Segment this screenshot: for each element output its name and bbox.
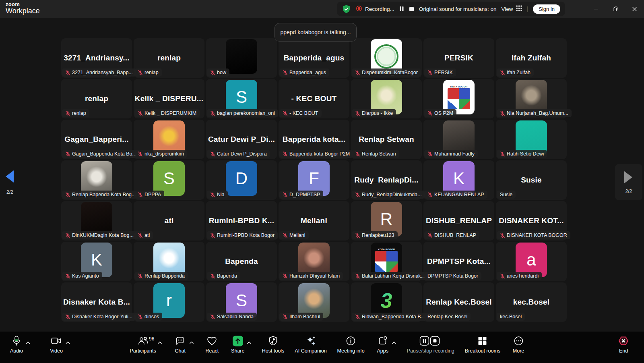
participant-tile[interactable]: atiati xyxy=(134,201,204,241)
participant-tile[interactable]: Kelik _ DISPERU...Kelik _ DISPERUMKIM xyxy=(134,79,204,118)
mic-muted-icon xyxy=(210,274,215,279)
original-sound-toggle[interactable]: Original sound for musicians: on xyxy=(419,6,497,12)
participant-tile[interactable]: Bapperida kota...Bapperida kota Bogor P2… xyxy=(279,120,349,159)
apps-caret[interactable] xyxy=(392,339,397,346)
participant-tile[interactable]: Renlap SetwanRenlap Setwan xyxy=(351,120,422,159)
participant-tile[interactable]: renlaprenlap xyxy=(61,79,132,118)
participant-tile[interactable]: SDPPPA xyxy=(134,160,204,200)
mic-muted-icon xyxy=(138,192,143,197)
security-shield-icon[interactable] xyxy=(342,4,351,14)
apps-button[interactable]: Apps xyxy=(375,335,390,354)
pause-stop-recording-button[interactable]: Pause/stop recording xyxy=(407,335,454,354)
participant-label: dinsos xyxy=(134,313,162,321)
video-button[interactable]: Video xyxy=(49,335,64,354)
audio-button[interactable]: Audio xyxy=(9,335,24,354)
view-label: View xyxy=(502,6,513,12)
participant-tile[interactable]: Hamzah Dhiyaul Islam xyxy=(279,242,349,281)
ai-companion-button[interactable]: AI Companion xyxy=(295,335,326,354)
mic-muted-icon xyxy=(355,314,360,319)
host-tools-button[interactable]: Host tools xyxy=(262,335,285,354)
participant-label: Bapperida kota Bogor P2M xyxy=(279,150,353,158)
restore-button[interactable] xyxy=(605,0,625,18)
participant-tile[interactable]: Ilham Bachrul xyxy=(279,282,349,322)
participant-tile[interactable]: PERSIKPERSIK xyxy=(423,38,494,78)
participant-tile[interactable]: DinKUKMDagin Kota Bog... xyxy=(61,201,132,241)
participant-tile[interactable]: Ifah ZulfahIfah Zulfah xyxy=(496,38,567,78)
participant-tile[interactable]: 3271_Andriansy...3271_Andriansyah_Bapp..… xyxy=(61,38,132,78)
participant-tile[interactable]: DPMPTSP Kota...DPMPTSP Kota Bogor xyxy=(423,242,494,281)
mic-muted-icon xyxy=(283,70,288,75)
participant-tile[interactable]: bow xyxy=(206,38,277,78)
participant-tile[interactable]: kec.Boselkec.Bosel xyxy=(496,282,567,322)
participant-tile[interactable]: MeilaniMeilani xyxy=(279,201,349,241)
participant-tile[interactable]: SusieSusie xyxy=(496,160,567,200)
more-button[interactable]: More xyxy=(511,335,526,354)
participant-tile[interactable]: RRenlapkeu123 xyxy=(351,201,422,241)
zoom-workplace-logo: zoom Workplace xyxy=(6,2,40,15)
participant-tile[interactable]: KKus Agianto xyxy=(61,242,132,281)
participant-tile[interactable]: Rumini-BPBD K...Rumini-BPBD Kota Bogor xyxy=(206,201,277,241)
participant-tile[interactable]: Ratih Setio Dewi xyxy=(496,120,567,159)
previous-page-button[interactable] xyxy=(4,178,14,185)
share-caret[interactable] xyxy=(247,339,252,346)
mic-muted-icon xyxy=(427,111,433,116)
participant-tile[interactable]: SSalsabila Nanda xyxy=(206,282,277,322)
participant-tile[interactable]: - KEC BOUT- KEC BOUT xyxy=(279,79,349,118)
participant-label: 3271_Andriansyah_Bapp... xyxy=(62,68,136,77)
pause-recording-button[interactable] xyxy=(399,6,404,12)
participant-tile[interactable]: Renlap Kec.BoselRenlap Kec.Bosel xyxy=(423,282,494,322)
participant-tile[interactable]: Catur Dewi P_Di...Catur Dewi P_Dispora xyxy=(206,120,277,159)
participant-tile[interactable]: Sbagian perekonomian_oni xyxy=(206,79,277,118)
participant-tile[interactable]: renlaprenlap xyxy=(134,38,204,78)
participant-tile[interactable]: rika_disperumkim xyxy=(134,120,204,159)
participant-label: PERSIK xyxy=(424,68,456,77)
participant-tile[interactable]: Renlap Bapenda Kota Bog... xyxy=(61,160,132,200)
participant-tile[interactable]: aaries hendardi xyxy=(496,242,567,281)
mic-muted-icon xyxy=(65,233,70,238)
participants-caret[interactable] xyxy=(157,339,163,346)
participant-label: Kus Agianto xyxy=(62,272,102,280)
shield-icon xyxy=(268,335,278,346)
brand-workplace: Workplace xyxy=(6,7,40,15)
participants-button[interactable]: 96Participants xyxy=(130,335,156,354)
participant-tile[interactable]: 3Ridwan_Bapperida Kota B... xyxy=(351,282,422,322)
view-grid-icon xyxy=(516,5,522,12)
participant-tile[interactable]: Nia Nurjanah_Bag.Umum... xyxy=(496,79,567,118)
end-button[interactable]: End xyxy=(616,335,631,354)
participant-tile[interactable]: DNia xyxy=(206,160,277,200)
participant-tile[interactable]: BapendaBapenda xyxy=(206,242,277,281)
participant-tile[interactable]: Disnaker Kota B...Disnaker Kota Bogor-Yu… xyxy=(61,282,132,322)
participant-tile[interactable]: Diarpus - Ikke xyxy=(351,79,422,118)
minimize-button[interactable] xyxy=(586,0,605,18)
participant-label: Disnaker Kota Bogor-Yuli... xyxy=(62,313,136,321)
mic-muted-icon xyxy=(355,111,360,116)
pause-stop-icon xyxy=(420,335,442,346)
react-button[interactable]: React xyxy=(204,335,220,354)
participant-tile[interactable]: KOTA BOGOROS P2M xyxy=(423,79,494,118)
participant-tile[interactable]: FD_DPMPTSP xyxy=(279,160,349,200)
participant-tile[interactable]: Renlap Bapperida xyxy=(134,242,204,281)
participant-tile[interactable]: Disperumkim_KotaBogor xyxy=(351,38,422,78)
participant-tile[interactable]: Muhammad Fadly xyxy=(423,120,494,159)
view-button[interactable]: View xyxy=(502,5,522,12)
participant-tile[interactable]: Gagan_Bapperi...Gagan_Bapperida Kota Bo.… xyxy=(61,120,132,159)
stop-recording-button[interactable] xyxy=(409,6,414,12)
breakout-rooms-button[interactable]: Breakout rooms xyxy=(465,335,500,354)
chat-caret[interactable] xyxy=(189,339,194,346)
meeting-info-button[interactable]: Meeting info xyxy=(337,335,365,354)
close-button[interactable] xyxy=(625,0,644,18)
share-screen-icon xyxy=(232,335,243,346)
participant-tile[interactable]: DISNAKER KOT...DISNAKER KOTA BOGOR xyxy=(496,201,567,241)
chat-button[interactable]: Chat xyxy=(173,335,188,354)
participant-tile[interactable]: DISHUB_RENLAPDISHUB_RENLAP xyxy=(423,201,494,241)
audio-caret[interactable] xyxy=(25,339,31,346)
share-button[interactable]: Share xyxy=(230,335,246,354)
video-caret[interactable] xyxy=(65,339,70,346)
next-page-button[interactable] xyxy=(623,170,634,186)
sign-in-button[interactable]: Sign in xyxy=(533,4,560,14)
participant-tile[interactable]: Bapperida_agusBapperida_agus xyxy=(279,38,349,78)
participant-tile[interactable]: KOTA BOGORBalai Latihan Kerja Disnak... xyxy=(351,242,422,281)
participant-tile[interactable]: Rudy_RenlapDi...Rudy_RenlapDinkukmda... xyxy=(351,160,422,200)
participant-tile[interactable]: rdinsos xyxy=(134,282,204,322)
participant-tile[interactable]: KKEUANGAN RENLAP xyxy=(423,160,494,200)
